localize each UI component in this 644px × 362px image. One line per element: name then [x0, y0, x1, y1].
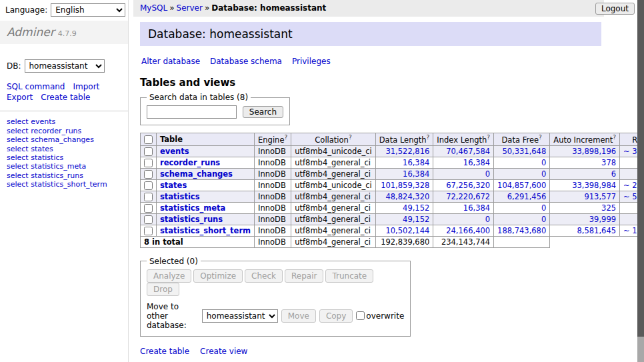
adminer-screen: Language:English MySQL»Server»Database: … [0, 0, 644, 362]
sidebar-link-select-statistics_runs[interactable]: select statistics_runs [7, 171, 83, 180]
move-db-select[interactable]: homeassistant [202, 309, 278, 323]
data-length-cell: 48,824,320 [375, 191, 433, 202]
sidebar-link-select-schema_changes[interactable]: select schema_changes [7, 135, 94, 144]
total-data-length-cell: 192,839,680 [375, 236, 433, 247]
auto-increment-cell: 33,898,196 [550, 145, 620, 157]
table-link-states[interactable]: states [160, 181, 187, 190]
app-logo[interactable]: Adminer [7, 25, 55, 39]
tables-footer-row: 8 in totalInnoDButf8mb4_general_ci192,83… [141, 236, 644, 247]
table-link-recorder_runs[interactable]: recorder_runs [160, 158, 220, 167]
scrollbar-thumb[interactable] [637, 0, 644, 337]
breadcrumb-mysql-link[interactable]: MySQL [140, 3, 167, 13]
table-name-cell: states [157, 179, 255, 191]
sidebar-link-select-statistics[interactable]: select statistics [7, 153, 63, 162]
row-checkbox-statistics[interactable] [144, 193, 153, 201]
row-checkbox-events[interactable] [144, 147, 153, 156]
engine-cell: InnoDB [255, 168, 291, 179]
copy-button[interactable]: Copy [319, 309, 353, 323]
table-link-statistics_short_term[interactable]: statistics_short_term [160, 226, 251, 235]
row-checkbox-states[interactable] [144, 181, 153, 190]
create-view-link[interactable]: Create view [200, 347, 247, 356]
drop-button[interactable]: Drop [147, 283, 179, 296]
sql-command-link[interactable]: SQL command [7, 82, 65, 91]
data-free-cell: 104,857,600 [494, 179, 550, 191]
collation-cell: utf8mb4_general_ci [291, 168, 376, 179]
app-header: Adminer4.7.9 [0, 21, 128, 44]
sidebar-link-select-states[interactable]: select states [7, 145, 53, 153]
optimize-button[interactable]: Optimize [193, 269, 243, 283]
data-length-cell: 31,522,816 [375, 145, 433, 157]
col-header-label: Auto Increment [553, 135, 613, 145]
help-link-icon[interactable]: ? [349, 134, 352, 141]
table-link-statistics_runs[interactable]: statistics_runs [160, 215, 223, 224]
help-link-icon[interactable]: ? [427, 134, 430, 141]
sidebar-link-select-statistics_short_term[interactable]: select statistics_short_term [7, 180, 107, 189]
engine-cell: InnoDB [255, 202, 291, 213]
index-length-cell: 16,384 [433, 202, 494, 213]
row-checkbox-statistics_runs[interactable] [144, 215, 153, 224]
table-row-recorder_runs: recorder_runsInnoDButf8mb4_general_ci16,… [141, 157, 644, 168]
repair-button[interactable]: Repair [285, 269, 323, 283]
table-name-cell: schema_changes [157, 168, 255, 179]
row-checkbox-statistics_short_term[interactable] [144, 227, 153, 235]
breadcrumb: MySQL»Server»Database: homeassistant [133, 0, 604, 17]
index-length-cell: 70,467,584 [433, 145, 494, 157]
index-length-cell: 16,384 [433, 157, 494, 168]
row-checkbox-schema_changes[interactable] [144, 170, 153, 179]
help-link-icon[interactable]: ? [613, 134, 616, 141]
tables-and-views-table: TableEngine?Collation?Data Length?Index … [140, 133, 644, 248]
data-length-cell: 49,152 [375, 202, 433, 213]
tables-header-row: TableEngine?Collation?Data Length?Index … [141, 133, 644, 146]
privileges-link[interactable]: Privileges [292, 57, 331, 66]
tables-body: eventsInnoDButf8mb4_unicode_ci31,522,816… [141, 145, 644, 236]
breadcrumb-server-link[interactable]: Server [177, 3, 203, 13]
sidebar-link-select-recorder_runs[interactable]: select recorder_runs [7, 127, 81, 135]
col-header-engine: Engine? [255, 133, 291, 146]
search-button[interactable]: Search [243, 106, 283, 118]
select-all-checkbox[interactable] [144, 135, 153, 144]
move-button[interactable]: Move [281, 309, 316, 323]
auto-increment-cell: 913,577 [550, 191, 620, 202]
index-length-cell: 72,220,672 [433, 191, 494, 202]
check-button[interactable]: Check [245, 269, 283, 283]
table-link-statistics_meta[interactable]: statistics_meta [160, 203, 225, 213]
import-link[interactable]: Import [73, 82, 99, 91]
auto-increment-cell: 39,999 [550, 213, 620, 225]
sidebar-table-link-item: select statistics_meta [7, 162, 121, 171]
help-link-icon[interactable]: ? [487, 134, 490, 141]
row-checkbox-statistics_meta[interactable] [144, 204, 153, 213]
database-schema-link[interactable]: Database schema [210, 57, 282, 66]
overwrite-checkbox[interactable] [356, 311, 365, 320]
truncate-button[interactable]: Truncate [325, 269, 373, 283]
data-free-cell: 0 [494, 213, 550, 225]
help-link-icon[interactable]: ? [539, 134, 542, 141]
analyze-button[interactable]: Analyze [147, 269, 191, 283]
col-header-auto-increment: Auto Increment? [550, 133, 620, 146]
sidebar-link-select-statistics_meta[interactable]: select statistics_meta [7, 162, 86, 171]
export-link[interactable]: Export [7, 93, 33, 102]
sidebar-table-links: select eventsselect recorder_runsselect … [7, 117, 121, 189]
create-table-link[interactable]: Create table [41, 93, 90, 102]
table-link-events[interactable]: events [160, 147, 189, 156]
db-label: DB: [7, 61, 21, 71]
help-link-icon[interactable]: ? [284, 134, 287, 141]
alter-database-link[interactable]: Alter database [141, 57, 200, 66]
row-select-cell [141, 213, 157, 225]
scrollbar-track[interactable] [637, 0, 644, 362]
table-link-schema_changes[interactable]: schema_changes [160, 169, 233, 179]
collation-cell: utf8mb4_unicode_ci [291, 145, 376, 157]
table-link-statistics[interactable]: statistics [160, 192, 200, 201]
table-row-schema_changes: schema_changesInnoDButf8mb4_general_ci16… [141, 168, 644, 179]
search-input[interactable] [147, 105, 237, 119]
sidebar-link-select-events[interactable]: select events [7, 117, 55, 126]
collation-cell: utf8mb4_general_ci [291, 157, 376, 168]
create-table-link-main[interactable]: Create table [140, 347, 189, 356]
db-select[interactable]: homeassistant [25, 59, 105, 73]
collation-cell: utf8mb4_unicode_ci [291, 179, 376, 191]
logout-wrap: Logout [595, 3, 635, 15]
logout-button[interactable]: Logout [595, 3, 635, 15]
row-checkbox-recorder_runs[interactable] [144, 159, 153, 167]
data-length-cell: 101,859,328 [375, 179, 433, 191]
sidebar-table-link-item: select states [7, 145, 121, 153]
row-select-cell [141, 202, 157, 213]
